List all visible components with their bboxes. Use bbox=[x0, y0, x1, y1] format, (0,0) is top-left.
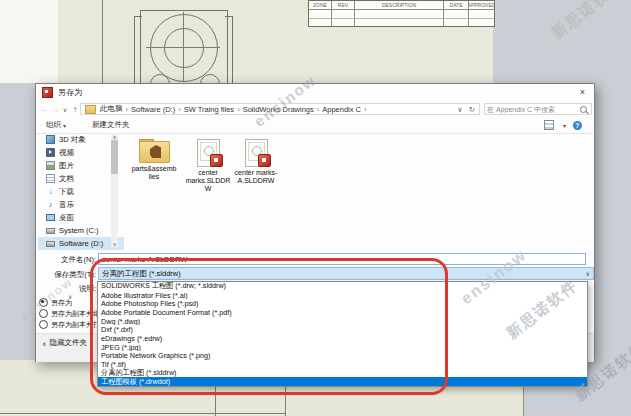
savetype-combobox[interactable]: 分离的工程图 (*.slddrw) ∨ bbox=[98, 267, 594, 280]
breadcrumb-item[interactable]: Software (D:) bbox=[131, 105, 175, 114]
desktop-icon bbox=[46, 214, 55, 221]
refresh-icon[interactable]: ↻ bbox=[469, 105, 475, 114]
filetype-option[interactable]: Tif (*.tif) bbox=[98, 360, 587, 369]
revision-table-empty-row bbox=[309, 10, 494, 19]
breadcrumb-item[interactable]: SolidWorks Drawings bbox=[243, 105, 314, 114]
breadcrumb-chevron-icon: › bbox=[237, 105, 240, 114]
documents-icon bbox=[46, 174, 55, 183]
filetype-option-selected[interactable]: 工程图模板 (*.drwdot) bbox=[98, 377, 587, 386]
breadcrumb-item[interactable]: Appendix C bbox=[322, 105, 361, 114]
up-icon[interactable]: ↑ bbox=[70, 105, 80, 114]
dialog-toolbar: 组织 ▾ 新建文件夹 ▾ ? bbox=[36, 117, 594, 134]
rev-col-zone: ZONE bbox=[309, 1, 332, 9]
radio-icon[interactable] bbox=[39, 320, 48, 329]
search-input[interactable] bbox=[485, 106, 580, 113]
search-box[interactable] bbox=[484, 103, 592, 115]
sheet-edge-line bbox=[102, 0, 103, 83]
organize-caret-icon: ▾ bbox=[63, 122, 66, 129]
slddrw-file-icon bbox=[197, 139, 220, 167]
close-icon[interactable]: × bbox=[580, 88, 585, 97]
folder-icon bbox=[85, 105, 96, 114]
browse-area: 3D 对象 视频 图片 文档 ↓ 下载 ♪ 音乐 bbox=[36, 133, 594, 251]
rev-col-rev: REV bbox=[332, 1, 355, 9]
filetype-dropdown-list: SOLIDWORKS 工程图 (*.drw; *.slddrw) Adobe I… bbox=[97, 281, 588, 387]
filetype-option[interactable]: Adobe Photoshop Files (*.psd) bbox=[98, 299, 587, 308]
address-caret-icon[interactable]: ∨ bbox=[457, 105, 463, 114]
solidworks-drawing-icon bbox=[42, 87, 53, 98]
view-mode-icon[interactable] bbox=[544, 120, 554, 130]
scroll-down-icon[interactable]: ∨ bbox=[111, 240, 118, 247]
view-mode-caret-icon[interactable]: ▾ bbox=[563, 122, 566, 129]
organize-button[interactable]: 组织 bbox=[46, 120, 61, 130]
radio-icon[interactable] bbox=[39, 298, 48, 307]
filetype-option[interactable]: JPEG (*.jpg) bbox=[98, 343, 587, 352]
scroll-up-icon[interactable]: ∧ bbox=[111, 133, 118, 140]
slddrw-file-icon bbox=[245, 139, 268, 167]
savetype-value: 分离的工程图 (*.slddrw) bbox=[102, 269, 181, 279]
drive-icon bbox=[46, 228, 55, 234]
filename-input[interactable] bbox=[98, 253, 586, 265]
back-icon[interactable]: ← bbox=[40, 105, 50, 114]
rev-col-approved: APPROVED bbox=[469, 1, 494, 9]
filetype-option[interactable]: Portable Network Graphics (*.png) bbox=[98, 351, 587, 360]
revision-table-header: ZONE REV DESCRIPTION DATE APPROVED bbox=[309, 1, 494, 10]
filetype-option[interactable]: 分离的工程图 (*.slddrw) bbox=[98, 369, 587, 378]
breadcrumb-chevron-icon: › bbox=[126, 105, 129, 114]
search-icon[interactable] bbox=[580, 106, 587, 113]
screen: ZONE REV DESCRIPTION DATE APPROVED 另存为 ×… bbox=[0, 0, 631, 416]
history-caret-icon[interactable]: ∨ bbox=[60, 106, 70, 113]
dialog-titlebar[interactable]: 另存为 × bbox=[36, 84, 594, 101]
hide-folders-caret-icon: ∧ bbox=[42, 340, 46, 347]
rev-col-description: DESCRIPTION bbox=[355, 1, 444, 9]
centerline-vertical bbox=[183, 12, 184, 82]
forward-icon[interactable]: → bbox=[50, 105, 60, 114]
filename-label: 文件名(N): bbox=[36, 255, 96, 265]
revision-table: ZONE REV DESCRIPTION DATE APPROVED bbox=[308, 0, 495, 27]
file-label: center marks-A.SLDDRW bbox=[233, 169, 279, 185]
part-view-tab bbox=[225, 16, 233, 84]
watermark-cn: 新思诺软件 bbox=[548, 0, 627, 43]
filetype-option[interactable]: Adobe Portable Document Format (*.pdf) bbox=[98, 308, 587, 317]
breadcrumb-item[interactable]: 此电脑 bbox=[100, 104, 123, 114]
breadcrumb-item[interactable]: SW Traing files bbox=[184, 105, 234, 114]
new-folder-button[interactable]: 新建文件夹 bbox=[92, 120, 130, 130]
part-circle-inner bbox=[164, 28, 204, 68]
videos-icon bbox=[46, 148, 55, 157]
address-bar[interactable]: 此电脑 › Software (D:) › SW Traing files › … bbox=[80, 103, 480, 115]
filetype-option[interactable]: Dwg (*.dwg) bbox=[98, 317, 587, 326]
address-row: ← → ∨ ↑ 此电脑 › Software (D:) › SW Traing … bbox=[36, 101, 594, 117]
3d-objects-icon bbox=[46, 135, 55, 144]
filetype-option[interactable]: eDrawings (*.edrw) bbox=[98, 334, 587, 343]
file-label: parts&assemblies bbox=[131, 165, 177, 181]
file-tile-folder[interactable]: parts&assemblies bbox=[131, 139, 177, 181]
folder-large-icon bbox=[139, 139, 169, 163]
sidebar-scrollbar[interactable]: ∧ ∨ bbox=[111, 133, 118, 247]
filetype-option[interactable]: Dxf (*.dxf) bbox=[98, 325, 587, 334]
downloads-icon: ↓ bbox=[46, 187, 55, 196]
file-label: center marks.SLDDRW bbox=[185, 169, 231, 193]
savetype-label: 保存类型(T): bbox=[36, 270, 96, 280]
combobox-caret-icon: ∨ bbox=[586, 270, 590, 277]
radio-icon[interactable] bbox=[39, 309, 48, 318]
dialog-title: 另存为 bbox=[58, 87, 82, 98]
description-label: 说明: bbox=[36, 284, 96, 294]
breadcrumb-chevron-icon: › bbox=[178, 105, 181, 114]
scrollbar-thumb[interactable] bbox=[111, 140, 118, 174]
breadcrumb-chevron-icon: › bbox=[364, 105, 367, 114]
file-tile-slddrw[interactable]: center marks.SLDDRW bbox=[184, 139, 232, 193]
part-view-tab bbox=[134, 16, 142, 84]
breadcrumb-chevron-icon: › bbox=[317, 105, 320, 114]
filetype-option[interactable]: SOLIDWORKS 工程图 (*.drw; *.slddrw) bbox=[98, 282, 587, 291]
rev-col-date: DATE bbox=[444, 1, 469, 9]
file-tile-slddrw[interactable]: center marks-A.SLDDRW bbox=[232, 139, 280, 185]
music-icon: ♪ bbox=[46, 200, 55, 209]
filetype-option[interactable]: Adobe Illustrator Files (*.ai) bbox=[98, 291, 587, 300]
hide-folders-button[interactable]: ∧ 隐藏文件夹 bbox=[42, 338, 87, 348]
graphics-area-left bbox=[0, 0, 59, 83]
revision-table-empty-row bbox=[309, 19, 494, 27]
drive-icon bbox=[46, 241, 55, 247]
pictures-icon bbox=[46, 161, 55, 170]
help-icon[interactable]: ? bbox=[573, 121, 582, 130]
